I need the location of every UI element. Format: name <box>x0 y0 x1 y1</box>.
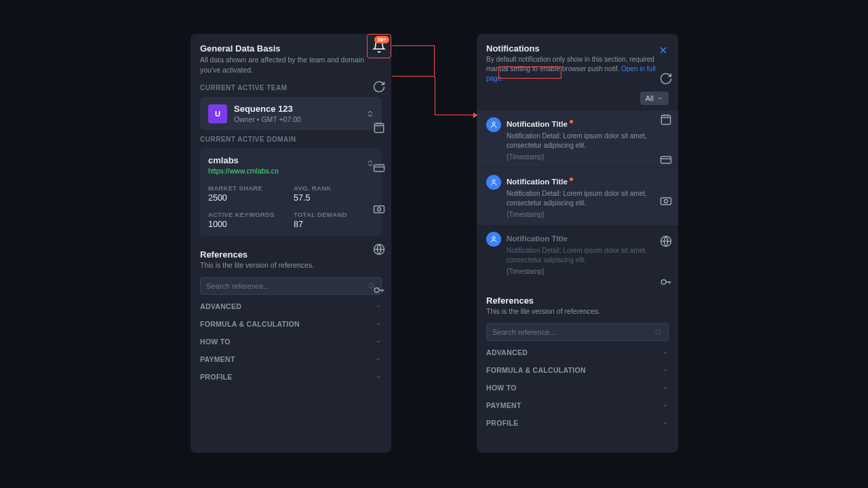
svg-point-6 <box>374 288 379 293</box>
iconbar-right <box>654 34 678 294</box>
annotation-line <box>435 77 477 115</box>
notification-badge: 10+ <box>374 36 389 43</box>
accordion-item[interactable]: HOW TO <box>191 333 391 350</box>
svg-point-16 <box>661 280 666 285</box>
chevron-down-icon <box>662 349 669 356</box>
annotation-highlight <box>498 66 561 79</box>
accordion-item[interactable]: PAYMENT <box>191 350 391 368</box>
stat-label: ACTIVE KEYWORDS <box>208 211 288 218</box>
search-reference[interactable] <box>486 323 669 341</box>
nav-calendar[interactable] <box>654 107 678 131</box>
svg-point-4 <box>378 207 381 211</box>
references-title: References <box>191 249 391 260</box>
globe-icon <box>372 243 386 256</box>
chevron-down-icon <box>662 384 669 391</box>
notification-detail: Notification Detail: Lorem ipsum dolor s… <box>507 131 669 150</box>
svg-point-14 <box>665 199 668 203</box>
globe-icon <box>659 235 673 248</box>
key-icon <box>659 275 673 289</box>
svg-rect-2 <box>374 165 384 171</box>
nav-key[interactable] <box>367 278 391 302</box>
svg-rect-3 <box>374 206 384 213</box>
iconbar-left: 10+ <box>367 34 391 302</box>
notification-detail: Notification Detail: Lorem ipsum dolor s… <box>507 246 669 265</box>
annotation-arrow <box>473 113 477 118</box>
accordion-item[interactable]: ADVANCED <box>191 298 391 315</box>
svg-rect-12 <box>661 157 671 163</box>
chevron-down-icon <box>375 303 382 310</box>
notification-item[interactable]: Notification TitleNotification Detail: L… <box>477 110 678 167</box>
avatar <box>486 232 501 247</box>
notification-timestamp: {Timestamp} <box>507 211 669 218</box>
notification-item[interactable]: Notification TitleNotification Detail: L… <box>477 167 678 225</box>
notification-timestamp: {Timestamp} <box>507 268 669 275</box>
svg-rect-1 <box>374 123 383 132</box>
key-icon <box>372 283 386 297</box>
nav-refresh[interactable] <box>367 75 391 99</box>
chevron-down-icon <box>375 356 382 363</box>
stat-value: 2500 <box>208 193 288 203</box>
team-name: Sequence 123 <box>234 104 301 114</box>
accordion-item[interactable]: FORMULA & CALCULATION <box>191 315 391 333</box>
chevron-down-icon <box>662 367 669 373</box>
stat-value: 57.5 <box>294 193 374 203</box>
notification-item[interactable]: Notification TitleNotification Detail: L… <box>477 225 678 282</box>
references-subtitle: This is the lite version of references. <box>191 260 391 274</box>
notifications-title: Notifications <box>486 43 658 54</box>
accordion-item[interactable]: PROFILE <box>477 414 678 432</box>
team-label: CURRENT ACTIVE TEAM <box>191 81 391 94</box>
notification-timestamp: {Timestamp} <box>507 153 669 161</box>
nav-calendar[interactable] <box>367 115 391 140</box>
panel-subtitle: All data shown are affected by the team … <box>191 54 391 81</box>
nav-globe[interactable] <box>367 237 391 262</box>
references-title: References <box>477 296 678 306</box>
refresh-icon <box>659 72 673 85</box>
svg-point-8 <box>492 180 495 182</box>
chevron-down-icon <box>375 321 382 327</box>
accordion-item[interactable]: PAYMENT <box>477 396 678 414</box>
avatar <box>486 175 501 190</box>
domain-url: https://www.cmlabs.co <box>208 167 374 175</box>
svg-rect-13 <box>661 198 671 205</box>
stat-label: MARKET SHARE <box>208 184 288 192</box>
notifications-button[interactable]: 10+ <box>367 34 391 58</box>
stat-value: 1000 <box>208 220 288 229</box>
references-subtitle: This is the lite version of references. <box>477 306 678 321</box>
domain-card[interactable]: cmlabs https://www.cmlabs.co MARKET SHAR… <box>200 148 382 236</box>
notifications-panel: Notifications By default notification on… <box>477 34 678 453</box>
notification-detail: Notification Detail: Lorem ipsum dolor s… <box>507 189 669 208</box>
stat-label: TOTAL DEMAND <box>294 211 374 218</box>
avatar <box>486 117 501 132</box>
team-logo: U <box>208 104 227 123</box>
notification-title: Notification Title <box>507 235 568 243</box>
chevron-down-icon <box>662 420 669 426</box>
accordion-item[interactable]: ADVANCED <box>477 344 678 361</box>
annotation-line <box>392 45 435 77</box>
nav-camera[interactable] <box>367 197 391 221</box>
search-reference[interactable] <box>200 277 382 295</box>
search-icon <box>654 328 663 336</box>
card-icon <box>372 161 386 175</box>
team-card[interactable]: U Sequence 123 Owner • GMT +07:00 <box>200 97 382 130</box>
accordion-item[interactable]: PROFILE <box>191 368 391 386</box>
notification-title: Notification Title <box>507 178 568 186</box>
nav-camera[interactable] <box>654 188 678 213</box>
nav-card[interactable] <box>367 156 391 180</box>
svg-point-9 <box>492 237 495 239</box>
svg-rect-11 <box>661 115 670 124</box>
domain-label: CURRENT ACTIVE DOMAIN <box>191 133 391 146</box>
svg-point-7 <box>492 122 495 125</box>
accordion-item[interactable]: FORMULA & CALCULATION <box>477 361 678 379</box>
nav-key[interactable] <box>654 270 678 294</box>
chevron-down-icon <box>662 402 669 409</box>
search-input[interactable] <box>206 282 368 290</box>
card-icon <box>659 153 673 167</box>
nav-refresh[interactable] <box>654 66 678 91</box>
nav-globe[interactable] <box>654 229 678 253</box>
nav-card[interactable] <box>654 148 678 172</box>
search-input[interactable] <box>492 328 654 336</box>
stat-label: AVG. RANK <box>294 184 374 192</box>
chevron-down-icon <box>375 373 382 380</box>
accordion-item[interactable]: HOW TO <box>477 379 678 396</box>
camera-icon <box>659 194 673 207</box>
